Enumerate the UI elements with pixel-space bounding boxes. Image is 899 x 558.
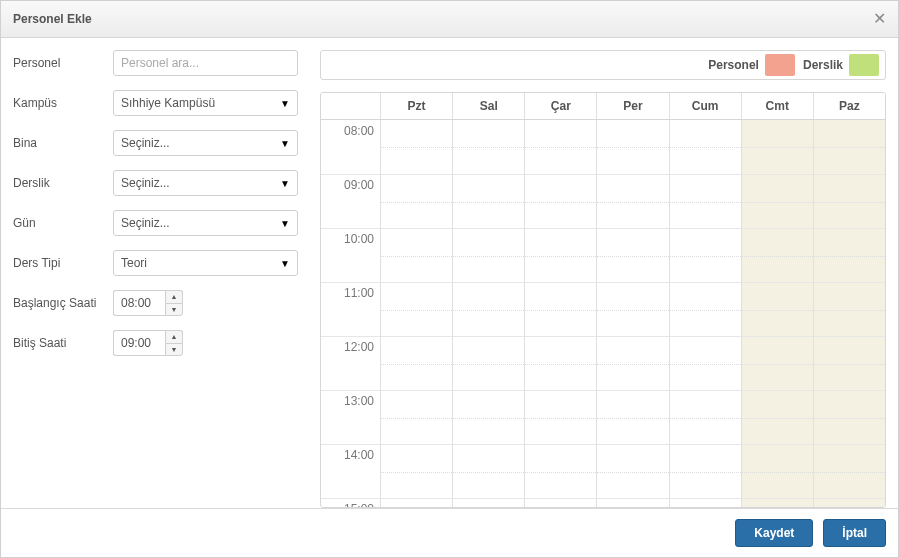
calendar-cell[interactable]: [525, 282, 597, 336]
spin-up-icon[interactable]: ▲: [165, 290, 183, 303]
label-personel: Personel: [13, 56, 113, 70]
calendar-cell[interactable]: [381, 390, 453, 444]
calendar-cell[interactable]: [670, 120, 742, 174]
calendar-cell[interactable]: [525, 336, 597, 390]
calendar-cell[interactable]: [814, 498, 885, 507]
hour-row: 12:00: [321, 336, 885, 390]
calendar-cell[interactable]: [597, 228, 669, 282]
close-icon[interactable]: ✕: [873, 11, 886, 27]
spin-down-icon[interactable]: ▼: [165, 343, 183, 357]
calendar-cell[interactable]: [670, 498, 742, 507]
legend-personel-label: Personel: [708, 58, 759, 72]
calendar-cell[interactable]: [453, 390, 525, 444]
bina-select[interactable]: Seçiniz... ▼: [113, 130, 298, 156]
calendar-body[interactable]: 08:0009:0010:0011:0012:0013:0014:0015:00…: [321, 120, 885, 507]
label-kampus: Kampüs: [13, 96, 113, 110]
calendar-cell[interactable]: [525, 444, 597, 498]
calendar-cell[interactable]: [597, 390, 669, 444]
bitis-time-spinner[interactable]: ▲ ▼: [113, 330, 183, 356]
calendar-cell[interactable]: [453, 336, 525, 390]
calendar-cell[interactable]: [381, 282, 453, 336]
calendar-cell[interactable]: [814, 336, 885, 390]
calendar-cell[interactable]: [525, 228, 597, 282]
bina-select-value: Seçiniz...: [121, 136, 274, 150]
calendar-cell[interactable]: [742, 282, 814, 336]
personel-search-input[interactable]: [113, 50, 298, 76]
calendar-cell[interactable]: [814, 120, 885, 174]
caret-down-icon: ▼: [280, 258, 290, 269]
hour-label: 09:00: [321, 174, 381, 228]
calendar-cell[interactable]: [814, 444, 885, 498]
calendar-cell[interactable]: [814, 282, 885, 336]
calendar-cell[interactable]: [670, 282, 742, 336]
hour-row: 09:00: [321, 174, 885, 228]
calendar-cell[interactable]: [381, 444, 453, 498]
calendar-cell[interactable]: [453, 282, 525, 336]
calendar-cell[interactable]: [381, 174, 453, 228]
calendar-cell[interactable]: [742, 336, 814, 390]
calendar-cell[interactable]: [670, 228, 742, 282]
hour-row: 11:00: [321, 282, 885, 336]
calendar-cell[interactable]: [742, 444, 814, 498]
calendar-cell[interactable]: [597, 336, 669, 390]
calendar-cell[interactable]: [597, 282, 669, 336]
calendar-column: Personel Derslik PztSalÇarPerCumCmtPaz 0…: [320, 50, 886, 508]
calendar-cell[interactable]: [381, 120, 453, 174]
calendar-cell[interactable]: [597, 498, 669, 507]
save-button[interactable]: Kaydet: [735, 519, 813, 547]
calendar-cell[interactable]: [742, 390, 814, 444]
calendar-cell[interactable]: [381, 498, 453, 507]
form-column: Personel Kampüs Sıhhiye Kampüsü ▼ Bina: [13, 50, 298, 508]
row-personel: Personel: [13, 50, 298, 76]
calendar-cell[interactable]: [381, 228, 453, 282]
calendar-time-col-header: [321, 93, 381, 119]
calendar: PztSalÇarPerCumCmtPaz 08:0009:0010:0011:…: [320, 92, 886, 508]
hour-label: 15:00: [321, 498, 381, 507]
calendar-cell[interactable]: [597, 444, 669, 498]
calendar-cell[interactable]: [742, 174, 814, 228]
derslik-select[interactable]: Seçiniz... ▼: [113, 170, 298, 196]
bitis-time-input[interactable]: [113, 330, 165, 356]
baslangic-time-input[interactable]: [113, 290, 165, 316]
kampus-select[interactable]: Sıhhiye Kampüsü ▼: [113, 90, 298, 116]
hour-label: 08:00: [321, 120, 381, 174]
row-gun: Gün Seçiniz... ▼: [13, 210, 298, 236]
derstipi-select[interactable]: Teori ▼: [113, 250, 298, 276]
calendar-cell[interactable]: [742, 498, 814, 507]
hour-label: 13:00: [321, 390, 381, 444]
calendar-cell[interactable]: [814, 228, 885, 282]
calendar-cell[interactable]: [670, 444, 742, 498]
caret-down-icon: ▼: [280, 218, 290, 229]
calendar-cell[interactable]: [453, 174, 525, 228]
calendar-cell[interactable]: [742, 120, 814, 174]
hour-row: 10:00: [321, 228, 885, 282]
calendar-cell[interactable]: [525, 390, 597, 444]
hour-label: 11:00: [321, 282, 381, 336]
calendar-cell[interactable]: [453, 228, 525, 282]
calendar-cell[interactable]: [597, 174, 669, 228]
kampus-select-value: Sıhhiye Kampüsü: [121, 96, 274, 110]
day-header: Cmt: [742, 93, 814, 119]
calendar-cell[interactable]: [597, 120, 669, 174]
calendar-cell[interactable]: [670, 174, 742, 228]
spin-down-icon[interactable]: ▼: [165, 303, 183, 317]
calendar-cell[interactable]: [453, 498, 525, 507]
calendar-cell[interactable]: [381, 336, 453, 390]
calendar-cell[interactable]: [453, 120, 525, 174]
calendar-cell[interactable]: [814, 390, 885, 444]
calendar-cell[interactable]: [453, 444, 525, 498]
calendar-cell[interactable]: [670, 336, 742, 390]
calendar-cell[interactable]: [670, 390, 742, 444]
calendar-cell[interactable]: [742, 228, 814, 282]
calendar-cell[interactable]: [525, 498, 597, 507]
gun-select[interactable]: Seçiniz... ▼: [113, 210, 298, 236]
cancel-button[interactable]: İptal: [823, 519, 886, 547]
calendar-cell[interactable]: [525, 120, 597, 174]
calendar-cell[interactable]: [814, 174, 885, 228]
spin-up-icon[interactable]: ▲: [165, 330, 183, 343]
add-personel-dialog: Personel Ekle ✕ Personel Kampüs Sıhhiye …: [0, 0, 899, 558]
calendar-cell[interactable]: [525, 174, 597, 228]
label-derstipi: Ders Tipi: [13, 256, 113, 270]
baslangic-time-spinner[interactable]: ▲ ▼: [113, 290, 183, 316]
day-header: Çar: [525, 93, 597, 119]
